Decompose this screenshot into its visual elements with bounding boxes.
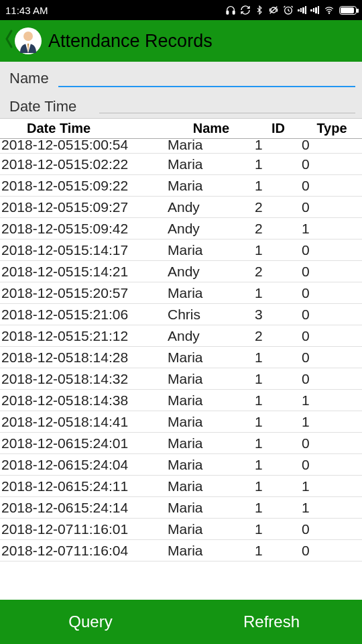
app-logo-icon bbox=[13, 26, 43, 56]
cell-id: 3 bbox=[255, 307, 302, 323]
cell-name: Maria bbox=[168, 457, 255, 473]
cell-type: 1 bbox=[302, 478, 362, 494]
bluetooth-icon bbox=[255, 5, 264, 15]
cell-name: Maria bbox=[168, 435, 255, 451]
svg-point-7 bbox=[23, 32, 33, 41]
cell-type: 1 bbox=[302, 414, 362, 430]
cell-type: 0 bbox=[302, 328, 362, 344]
cell-datetime: 2018-12-0711:16:04 bbox=[0, 543, 168, 559]
cell-id: 1 bbox=[255, 414, 302, 430]
svg-point-5 bbox=[328, 13, 329, 13]
cell-datetime: 2018-12-0615:24:04 bbox=[0, 457, 168, 473]
battery-icon bbox=[339, 6, 357, 15]
status-bar: 11:43 AM bbox=[0, 0, 362, 20]
back-icon[interactable] bbox=[4, 29, 13, 54]
filter-section: Name Date Time bbox=[0, 62, 362, 119]
table-row[interactable]: 2018-12-0518:14:32Maria10 bbox=[0, 368, 362, 390]
filter-datetime-label: Date Time bbox=[3, 98, 76, 115]
table-header: Date Time Name ID Type bbox=[0, 119, 362, 139]
header-type: Type bbox=[302, 121, 362, 136]
cell-datetime: 2018-12-0515:14:17 bbox=[0, 242, 168, 258]
cell-id: 1 bbox=[255, 478, 302, 494]
cell-type: 0 bbox=[302, 457, 362, 473]
cell-type: 0 bbox=[302, 521, 362, 537]
table-row[interactable]: 2018-12-0515:02:22Maria10 bbox=[0, 154, 362, 175]
table-row[interactable]: 2018-12-0515:20:57Maria10 bbox=[0, 282, 362, 304]
records-table: Date Time Name ID Type 2018-12-0515:00:5… bbox=[0, 119, 362, 561]
cell-datetime: 2018-12-0518:14:32 bbox=[0, 371, 168, 387]
cell-id: 1 bbox=[255, 350, 302, 366]
cell-datetime: 2018-12-0711:16:01 bbox=[0, 521, 168, 537]
cell-datetime: 2018-12-0515:21:12 bbox=[0, 328, 168, 344]
cell-name: Maria bbox=[168, 178, 255, 194]
table-row[interactable]: 2018-12-0615:24:14Maria11 bbox=[0, 497, 362, 519]
wifi-icon bbox=[323, 5, 335, 15]
filter-row-name: Name bbox=[3, 68, 359, 87]
cell-datetime: 2018-12-0515:20:57 bbox=[0, 285, 168, 301]
header-name: Name bbox=[168, 121, 255, 136]
headphones-icon bbox=[225, 5, 236, 15]
vibrate-icon bbox=[268, 5, 279, 15]
cell-name: Maria bbox=[168, 156, 255, 172]
cell-name: Maria bbox=[168, 414, 255, 430]
cell-type: 0 bbox=[302, 307, 362, 323]
svg-rect-1 bbox=[233, 11, 235, 14]
cell-datetime: 2018-12-0615:24:14 bbox=[0, 500, 168, 516]
table-row[interactable]: 2018-12-0515:14:21Andy20 bbox=[0, 261, 362, 282]
table-row[interactable]: 2018-12-0518:14:28Maria10 bbox=[0, 347, 362, 368]
table-row[interactable]: 2018-12-0515:09:42Andy21 bbox=[0, 218, 362, 239]
cell-id: 1 bbox=[255, 500, 302, 516]
filter-row-datetime: Date Time bbox=[3, 98, 359, 115]
table-row[interactable]: 2018-12-0515:21:12Andy20 bbox=[0, 325, 362, 347]
cell-id: 1 bbox=[255, 178, 302, 194]
cell-datetime: 2018-12-0515:09:22 bbox=[0, 178, 168, 194]
cell-name: Maria bbox=[168, 371, 255, 387]
table-row[interactable]: 2018-12-0711:16:04Maria10 bbox=[0, 540, 362, 561]
table-row[interactable]: 2018-12-0515:21:06Chris30 bbox=[0, 304, 362, 325]
sync-icon bbox=[240, 5, 251, 15]
table-row[interactable]: 2018-12-0518:14:38Maria11 bbox=[0, 390, 362, 411]
cell-type: 0 bbox=[302, 285, 362, 301]
status-time: 11:43 AM bbox=[5, 5, 48, 16]
cell-name: Andy bbox=[168, 264, 255, 280]
table-row[interactable]: 2018-12-0515:09:27Andy20 bbox=[0, 197, 362, 218]
cell-datetime: 2018-12-0515:21:06 bbox=[0, 307, 168, 323]
cell-datetime: 2018-12-0518:14:38 bbox=[0, 392, 168, 409]
cell-type: 0 bbox=[302, 156, 362, 172]
table-row[interactable]: 2018-12-0515:09:22Maria10 bbox=[0, 175, 362, 197]
cell-type: 0 bbox=[302, 543, 362, 559]
table-row[interactable]: 2018-12-0615:24:11Maria11 bbox=[0, 476, 362, 497]
table-row[interactable]: 2018-12-0615:24:01Maria10 bbox=[0, 433, 362, 454]
cell-type: 0 bbox=[302, 371, 362, 387]
table-row[interactable]: 2018-12-0711:16:01Maria10 bbox=[0, 519, 362, 540]
cell-name: Maria bbox=[168, 285, 255, 301]
cell-name: Andy bbox=[168, 328, 255, 344]
table-row[interactable]: 2018-12-0515:00:54Maria10 bbox=[0, 139, 362, 154]
cell-name: Maria bbox=[168, 392, 255, 409]
cell-id: 2 bbox=[255, 221, 302, 237]
table-body[interactable]: 2018-12-0515:00:54Maria102018-12-0515:02… bbox=[0, 139, 362, 561]
table-row[interactable]: 2018-12-0515:14:17Maria10 bbox=[0, 239, 362, 261]
table-row[interactable]: 2018-12-0518:14:41Maria11 bbox=[0, 411, 362, 433]
status-icons bbox=[225, 5, 357, 15]
filter-datetime-input[interactable] bbox=[99, 100, 355, 113]
header-datetime: Date Time bbox=[0, 121, 168, 136]
cell-name: Maria bbox=[168, 521, 255, 537]
cell-type: 0 bbox=[302, 435, 362, 451]
cell-datetime: 2018-12-0518:14:41 bbox=[0, 414, 168, 430]
table-row[interactable]: 2018-12-0615:24:04Maria10 bbox=[0, 454, 362, 476]
header-id: ID bbox=[255, 121, 302, 136]
signal-icon-2 bbox=[310, 6, 319, 15]
cell-datetime: 2018-12-0515:00:54 bbox=[0, 137, 168, 153]
query-button[interactable]: Query bbox=[0, 600, 181, 644]
filter-name-input[interactable] bbox=[58, 68, 355, 87]
filter-name-label: Name bbox=[3, 70, 49, 87]
cell-type: 0 bbox=[302, 350, 362, 366]
cell-id: 1 bbox=[255, 156, 302, 172]
cell-name: Maria bbox=[168, 543, 255, 559]
cell-type: 0 bbox=[302, 199, 362, 215]
refresh-button[interactable]: Refresh bbox=[181, 600, 362, 644]
cell-datetime: 2018-12-0515:09:42 bbox=[0, 221, 168, 237]
cell-type: 0 bbox=[302, 242, 362, 258]
cell-id: 1 bbox=[255, 521, 302, 537]
